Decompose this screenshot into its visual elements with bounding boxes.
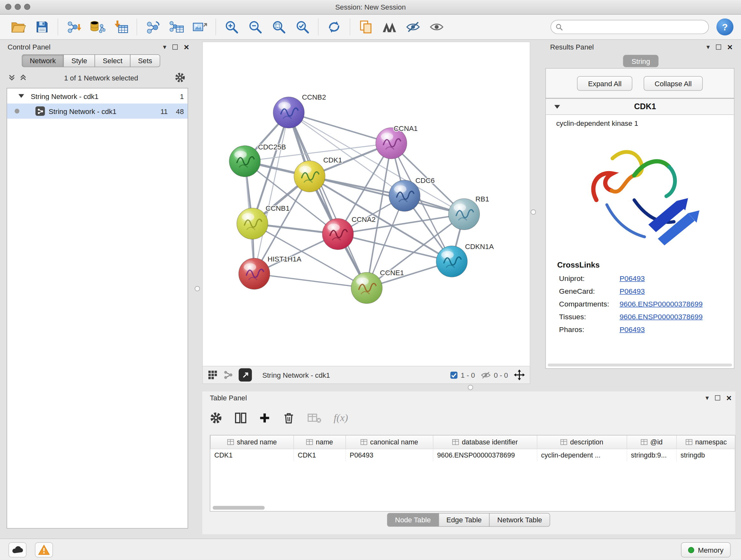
network-overview-button[interactable]: [378, 16, 401, 38]
tab-sets[interactable]: Sets: [130, 54, 160, 67]
zoom-selected-button[interactable]: [291, 16, 314, 38]
tab-node-table[interactable]: Node Table: [387, 513, 439, 527]
network-node-CCNB2[interactable]: [273, 97, 305, 128]
cloud-status-button[interactable]: [9, 543, 26, 557]
share-view-icon[interactable]: [223, 370, 233, 380]
open-session-button[interactable]: [7, 16, 30, 38]
column-header[interactable]: shared name: [211, 435, 294, 449]
show-all-button[interactable]: [425, 16, 448, 38]
network-edge[interactable]: [254, 112, 289, 273]
column-header[interactable]: namespac: [677, 435, 735, 449]
cell-name[interactable]: CDK1: [293, 449, 346, 461]
tab-string[interactable]: String: [623, 55, 658, 67]
float-panel-icon[interactable]: [716, 44, 721, 49]
collapse-all-button[interactable]: Collapse All: [644, 76, 702, 91]
search-input[interactable]: [566, 23, 704, 31]
left-splitter-handle[interactable]: [195, 286, 200, 291]
cell-id[interactable]: stringdb:9...: [627, 449, 676, 461]
close-panel-icon[interactable]: ×: [726, 395, 731, 400]
table-horizontal-scrollbar[interactable]: [212, 506, 265, 510]
column-header[interactable]: database identifier: [433, 435, 537, 449]
delete-column-icon[interactable]: [283, 412, 295, 424]
network-node-CCNE1[interactable]: [351, 272, 382, 304]
network-from-selection-button[interactable]: [141, 16, 164, 38]
pharos-link[interactable]: P06493: [619, 325, 645, 334]
network-node-HIST1H1A[interactable]: [239, 258, 270, 290]
network-node-CCNA2[interactable]: [322, 219, 354, 250]
network-node-CDK1[interactable]: [294, 161, 325, 192]
float-panel-icon[interactable]: [715, 395, 720, 400]
network-edge[interactable]: [254, 273, 367, 288]
add-column-icon[interactable]: [259, 412, 271, 424]
collapse-all-icon[interactable]: [8, 73, 16, 82]
genecard-link[interactable]: P06493: [619, 287, 645, 296]
network-node-CDC6[interactable]: [389, 180, 420, 211]
network-node-RB1[interactable]: [448, 199, 480, 230]
network-edge[interactable]: [289, 112, 391, 143]
export-image-button[interactable]: [188, 16, 212, 38]
results-horizontal-scrollbar[interactable]: [548, 364, 732, 367]
column-header[interactable]: @id: [627, 435, 676, 449]
table-settings-gear-icon[interactable]: [210, 412, 222, 424]
import-network-database-button[interactable]: [85, 16, 109, 38]
network-table-button[interactable]: [164, 16, 188, 38]
network-collection-row[interactable]: String Network - cdk1 1: [7, 88, 188, 104]
network-row[interactable]: String Network - cdk1 11 48: [7, 104, 188, 118]
zoom-fit-button[interactable]: [267, 16, 291, 38]
external-link-button[interactable]: [239, 368, 252, 381]
tab-select[interactable]: Select: [95, 54, 131, 67]
cell-database-identifier[interactable]: 9606.ENSP00000378699: [433, 449, 537, 461]
tissues-link[interactable]: 9606.ENSP00000378699: [619, 313, 702, 321]
close-panel-icon[interactable]: ×: [727, 44, 732, 49]
delete-table-icon[interactable]: [307, 412, 321, 424]
bottom-splitter-handle[interactable]: [468, 385, 473, 390]
column-header[interactable]: canonical name: [346, 435, 433, 449]
tab-edge-table[interactable]: Edge Table: [439, 513, 490, 527]
zoom-out-button[interactable]: [244, 16, 267, 38]
refresh-network-button[interactable]: [322, 16, 346, 38]
collapse-card-icon[interactable]: [554, 105, 560, 109]
selected-checkbox-icon[interactable]: [450, 371, 458, 379]
table-row[interactable]: CDK1 CDK1 P06493 9606.ENSP00000378699 cy…: [211, 449, 736, 461]
help-button[interactable]: ?: [717, 18, 733, 36]
import-network-file-button[interactable]: [62, 16, 85, 38]
panel-menu-icon[interactable]: ▾: [706, 43, 710, 51]
column-header[interactable]: description: [537, 435, 627, 449]
disclosure-triangle-icon[interactable]: [18, 94, 24, 98]
import-table-file-button[interactable]: [109, 16, 133, 38]
hidden-eye-slash-icon[interactable]: [481, 371, 491, 379]
network-node-CCNB1[interactable]: [237, 208, 268, 240]
network-node-CDC25B[interactable]: [229, 145, 260, 177]
right-splitter-handle[interactable]: [531, 209, 536, 214]
save-session-button[interactable]: [30, 16, 54, 38]
panel-menu-icon[interactable]: ▾: [163, 43, 166, 51]
cell-namespace[interactable]: stringdb: [677, 449, 735, 461]
tab-network[interactable]: Network: [22, 54, 64, 67]
expand-all-icon[interactable]: [19, 73, 27, 82]
memory-button[interactable]: Memory: [681, 543, 731, 557]
cell-shared-name[interactable]: CDK1: [211, 449, 294, 461]
copy-document-button[interactable]: [354, 16, 378, 38]
gear-icon[interactable]: [175, 72, 185, 83]
uniprot-link[interactable]: P06493: [619, 274, 645, 283]
expand-all-button[interactable]: Expand All: [577, 76, 632, 91]
network-node-CDKN1A[interactable]: [436, 246, 468, 277]
zoom-in-button[interactable]: [220, 16, 244, 38]
grid-view-icon[interactable]: [207, 370, 218, 380]
panel-menu-icon[interactable]: ▾: [705, 394, 709, 401]
function-builder-button[interactable]: f(x): [333, 412, 348, 424]
hide-selected-button[interactable]: [401, 16, 425, 38]
warning-button[interactable]: [35, 543, 53, 557]
pan-move-icon[interactable]: [514, 369, 525, 381]
network-canvas[interactable]: CCNB2CCNA1CDC25BCDK1CDC6RB1CCNB1CCNA2CDK…: [203, 42, 530, 366]
column-header[interactable]: name: [293, 435, 346, 449]
protein-card-header[interactable]: CDK1: [546, 99, 734, 115]
cell-canonical-name[interactable]: P06493: [346, 449, 433, 461]
column-selector-icon[interactable]: [234, 412, 247, 424]
tab-style[interactable]: Style: [63, 54, 95, 67]
float-panel-icon[interactable]: [172, 44, 178, 49]
close-panel-icon[interactable]: ×: [184, 44, 189, 49]
compartments-link[interactable]: 9606.ENSP00000378699: [619, 300, 702, 308]
network-edge[interactable]: [310, 176, 464, 214]
tab-network-table[interactable]: Network Table: [489, 513, 550, 527]
